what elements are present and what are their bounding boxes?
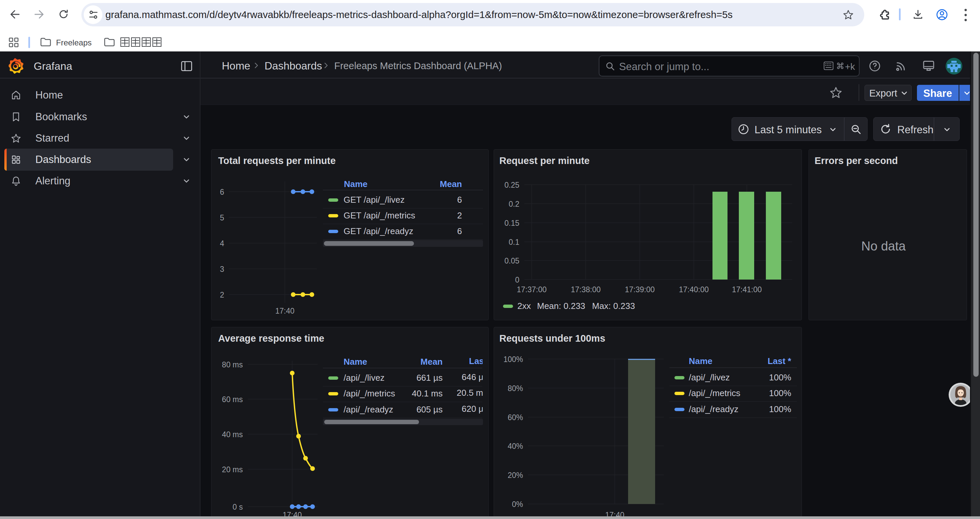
svg-text:100%: 100%	[503, 355, 523, 364]
svg-text:2: 2	[220, 291, 224, 299]
svg-text:0.05: 0.05	[504, 257, 519, 265]
svg-text:0%: 0%	[512, 500, 523, 509]
svg-text:3: 3	[220, 265, 224, 273]
svg-text:60%: 60%	[508, 413, 523, 422]
svg-text:17:37:00: 17:37:00	[517, 285, 547, 294]
svg-text:6: 6	[220, 188, 224, 196]
svg-text:80%: 80%	[508, 384, 523, 393]
svg-text:17:40: 17:40	[605, 511, 624, 516]
svg-text:40 ms: 40 ms	[222, 430, 243, 439]
svg-text:5: 5	[220, 213, 224, 222]
svg-text:80 ms: 80 ms	[222, 360, 243, 369]
svg-text:17:41:00: 17:41:00	[732, 285, 762, 294]
svg-text:17:40: 17:40	[275, 307, 294, 315]
svg-text:20 ms: 20 ms	[222, 465, 243, 474]
svg-text:17:40:00: 17:40:00	[679, 285, 709, 294]
svg-text:0.15: 0.15	[504, 219, 519, 227]
svg-text:17:38:00: 17:38:00	[571, 285, 601, 294]
svg-text:0: 0	[515, 276, 519, 284]
svg-text:20%: 20%	[508, 471, 523, 480]
svg-text:40%: 40%	[508, 442, 523, 450]
svg-text:0.1: 0.1	[509, 238, 519, 246]
svg-text:17:39:00: 17:39:00	[625, 285, 655, 294]
svg-text:0.2: 0.2	[509, 200, 519, 208]
svg-text:4: 4	[220, 239, 224, 248]
svg-text:60 ms: 60 ms	[222, 395, 243, 404]
svg-text:0.25: 0.25	[504, 181, 519, 189]
svg-text:0 s: 0 s	[232, 503, 243, 511]
svg-text:17:40: 17:40	[283, 511, 302, 516]
